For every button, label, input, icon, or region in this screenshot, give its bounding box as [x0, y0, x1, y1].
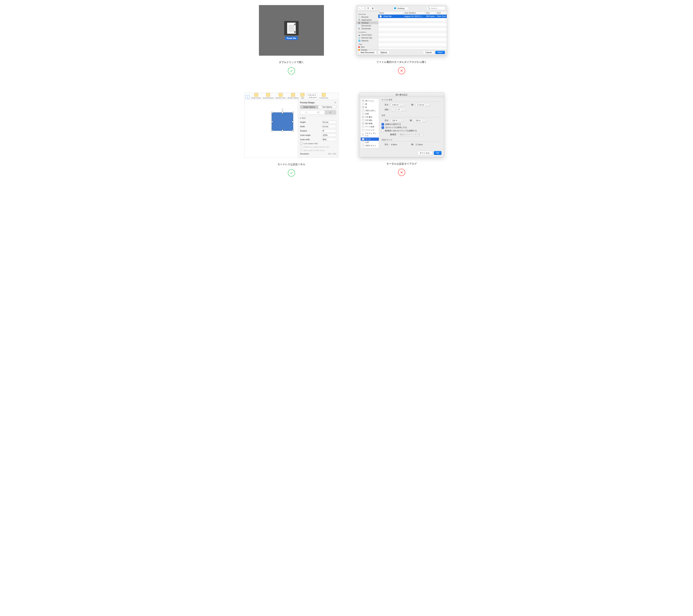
scale-width-input[interactable]: 100 % [414, 119, 426, 122]
width-input[interactable] [322, 125, 336, 128]
fill-icon[interactable]: ◌ [300, 110, 312, 114]
ok-button[interactable]: OK [434, 151, 441, 155]
dialog-main: サイズと角度 高さ: 4.48 cm 幅: 17.18 cm 回転: 0° [379, 97, 444, 150]
toolbar-dimensions[interactable]: ↕ 5.31 cm ▾ ↔ 5.31 cm ▾ [306, 94, 317, 99]
selected-shape[interactable] [272, 112, 293, 131]
resize-handle[interactable] [292, 130, 294, 131]
file-list-empty-rows [378, 18, 447, 49]
relative-original-check[interactable]: ✓元のサイズを基準にする [381, 126, 441, 129]
pane-close-icon[interactable]: ✕ [334, 101, 336, 104]
resize-handle[interactable] [271, 121, 273, 122]
dialog-title: 図の書式設定 [359, 93, 444, 97]
tab-shape-options[interactable]: Shape Options [300, 105, 318, 109]
side-item-reflection[interactable]: ≋反射 [361, 112, 379, 115]
effects-icon[interactable]: ⬠ [312, 110, 324, 114]
group-size-angle-title: サイズと角度 [381, 98, 441, 101]
file-list-header[interactable]: Name Date Modified Size Kind [378, 12, 447, 15]
side-item-crop[interactable]: ⌑トリミング [361, 129, 379, 132]
sidebar-item-documents[interactable]: 📄Documents [356, 24, 378, 27]
toolbar-send-backward[interactable]: Send Backward [263, 93, 274, 99]
sidebar-item-downloads[interactable]: ⬇Downloads [356, 27, 378, 30]
document-canvas[interactable] [244, 100, 298, 158]
size-icon[interactable]: ⤢ [325, 110, 336, 114]
size-width-label: 幅: [406, 103, 414, 106]
sidebar-heading-locations: Locations [356, 30, 378, 34]
view-mode-segmented[interactable]: ☰▥ [366, 6, 375, 10]
resize-handle[interactable] [282, 130, 283, 131]
file-tile[interactable]: ➤ [284, 21, 299, 35]
resize-handle[interactable] [271, 112, 273, 114]
lock-aspect-check[interactable]: ✓縦横比を固定する [381, 123, 441, 126]
resolution-select: 現在のスクリーン サイズ [398, 133, 423, 136]
section-size-header[interactable]: ▸ Size [300, 116, 336, 120]
sidebar-tag-red[interactable]: Red [356, 45, 378, 49]
resize-handle[interactable] [292, 112, 294, 114]
lock-aspect-checkbox[interactable] [300, 142, 302, 145]
file-list: Name Date Modified Size Kind 📄 Read Me A… [378, 12, 447, 49]
side-item-fill[interactable]: ▦塗りつぶし [361, 99, 379, 102]
new-document-button[interactable]: New Document [358, 51, 376, 54]
size-width-input[interactable]: 17.18 cm [416, 103, 430, 107]
toolbar-textstyle[interactable]: A [245, 95, 250, 99]
sidebar-item-remotedisc[interactable]: 💿Remote Disc [356, 36, 378, 39]
pane-mode-icons[interactable]: ◌ ⬠ ⤢ [300, 110, 336, 115]
rotation-input[interactable] [322, 129, 336, 132]
nav-back-forward[interactable]: ‹› [358, 6, 365, 10]
caption: モードレスな設定パネル [278, 163, 305, 166]
categories-sidebar: ▦塗りつぶし ／線 ▩影 ✦光彩とぼかし ≋反射 ◧3-D 書式 ↻3-D 回転… [361, 98, 379, 148]
sidebar: Favorites 🕑Recents ⒶApplications 🖥Deskto… [356, 12, 378, 49]
side-item-3d-rotation[interactable]: ↻3-D 回転 [361, 119, 379, 122]
location-popup[interactable]: Desktop [393, 7, 409, 10]
search-icon: 🔍 [428, 7, 430, 9]
side-item-picture-correction[interactable]: ▤図の修整 [361, 122, 379, 125]
side-item-textbox[interactable]: Aテキスト ボックス [361, 132, 379, 137]
side-item-glow[interactable]: ✦光彩とぼかし [361, 109, 379, 112]
resize-handle[interactable] [282, 112, 283, 114]
height-input[interactable] [322, 121, 336, 123]
format-pane: Format Shape ✕ Shape Options Text Option… [298, 100, 338, 158]
scale-width-label: 幅: [405, 119, 412, 122]
scale-height-input[interactable] [322, 134, 336, 137]
best-scale-checkbox [300, 149, 302, 151]
sidebar-item-recents[interactable]: 🕑Recents [356, 16, 378, 18]
toolbar-selection-pane[interactable]: Selection Pane [275, 93, 286, 99]
fit-resolution-check[interactable]: 解像度に合わせてサイズを調整する [381, 129, 441, 132]
rotation-dial[interactable] [391, 108, 395, 112]
side-item-shadow[interactable]: ▩影 [361, 106, 379, 109]
search-input[interactable]: 🔍 Search [427, 6, 445, 10]
toolbar-bring-forward[interactable]: Bring Forward [251, 93, 261, 99]
toolbar-format-pane[interactable]: Format Pane [319, 93, 328, 99]
size-height-input[interactable]: 4.48 cm [391, 103, 404, 107]
cancel-button[interactable]: キャンセル [417, 151, 432, 155]
toolbar-reorder-objects[interactable]: Reorder Objects [288, 93, 299, 99]
side-item-artistic[interactable]: ✎アート効果 [361, 125, 379, 129]
pane-tabs[interactable]: Shape Options Text Options [300, 105, 336, 109]
side-item-3d-format[interactable]: ◧3-D 書式 [361, 115, 379, 119]
sidebar-item-network[interactable]: 🌐Network [356, 39, 378, 42]
scale-height-input[interactable]: 100 % [391, 119, 403, 122]
open-button[interactable]: Open [435, 51, 445, 54]
sidebar-item-desktop[interactable]: 🖥Desktop [356, 21, 378, 24]
side-item-position[interactable]: ⌖位置 [361, 141, 379, 144]
tab-text-options[interactable]: Text Options [318, 105, 336, 109]
toolbar-align[interactable]: Align [300, 93, 304, 99]
rotation-input[interactable]: 0° [397, 108, 406, 111]
orig-height-label: 高さ: [381, 143, 389, 146]
side-item-size[interactable]: ⤢サイズ [361, 137, 379, 141]
file-row[interactable]: 📄 Read Me August 10, 2019 11:13 959 byte… [378, 15, 447, 18]
format-dialog: 図の書式設定 ▦塗りつぶし ／線 ▩影 ✦光彩とぼかし ≋反射 ◧3-D 書式 … [359, 93, 444, 157]
side-item-line[interactable]: ／線 [361, 102, 379, 106]
verdict-bad-icon [398, 67, 405, 74]
scale-width-input[interactable] [322, 138, 336, 141]
location-label: Desktop [397, 7, 404, 9]
side-item-alttext[interactable]: T代替テキスト [361, 144, 379, 147]
sidebar-item-icloud[interactable]: ☁iCloud Drive [356, 34, 378, 36]
cancel-button[interactable]: Cancel [423, 51, 434, 54]
rotate-handle[interactable] [282, 109, 283, 110]
scale-height-label: 高さ: [381, 119, 389, 122]
rotation-label: 回転: [381, 109, 389, 111]
resize-handle[interactable] [271, 130, 273, 131]
options-button[interactable]: Options [378, 51, 390, 54]
sidebar-item-applications[interactable]: ⒶApplications [356, 18, 378, 21]
resize-handle[interactable] [292, 121, 294, 122]
